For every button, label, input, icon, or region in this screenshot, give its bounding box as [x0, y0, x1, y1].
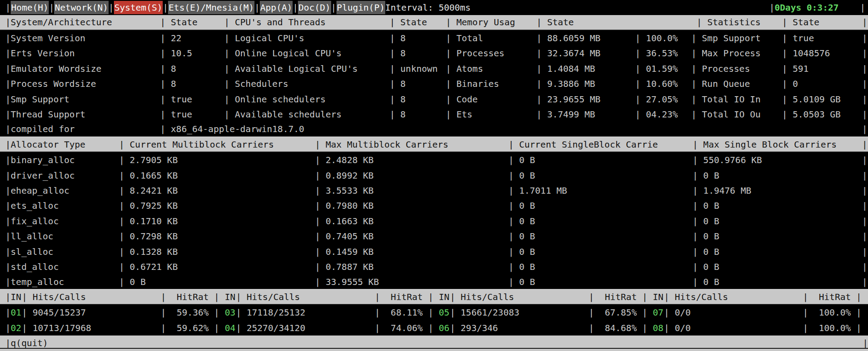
menu-item-system-active[interactable]: System(S) — [114, 1, 163, 14]
column-header-hitrat-2: HitRat — [375, 290, 428, 304]
allocator-cell: std_alloc — [5, 259, 119, 274]
interval-label: Interval: 5000ms — [385, 0, 471, 15]
system-info-cell: 10.5 — [160, 46, 224, 61]
system-info-cell: 8 — [390, 76, 446, 91]
cache-hit-cell: 17118/25132 — [236, 305, 375, 320]
system-info-cell: Processes — [446, 46, 536, 61]
menu-item-plugin[interactable]: Plugin(P) — [336, 1, 385, 14]
system-info-cell: Total — [446, 31, 536, 46]
system-info-row: Erts Version10.5Online Logical CPU's8Pro… — [0, 46, 868, 61]
allocator-cell: 0.7298 KB — [119, 229, 315, 244]
system-info-cell: Atoms — [446, 61, 536, 76]
system-info-cell: 591 — [782, 61, 862, 76]
cache-hit-cell: 03 — [214, 305, 236, 320]
allocator-cell: fix_alloc — [5, 214, 119, 229]
system-info-cell: Binaries — [446, 76, 536, 91]
system-info-cell: Max Process — [691, 46, 782, 61]
allocator-cell: 0.7925 KB — [119, 198, 315, 213]
system-info-cell: 5.0109 GB — [782, 92, 862, 107]
system-info-cell: 8 — [390, 31, 446, 46]
menu-separator — [331, 0, 336, 15]
menu-item-network[interactable]: Network(N) — [54, 1, 108, 14]
system-info-cell: 10.60% — [635, 76, 691, 91]
column-header-hitrat-1: HitRat — [160, 290, 214, 304]
column-header-max-singleblock: Max Single Block Carriers — [692, 137, 862, 152]
allocator-cell: 0 B — [692, 259, 862, 274]
system-info-cell: Processes — [691, 61, 782, 76]
allocator-cell: 0.1459 KB — [315, 244, 508, 259]
cache-hit-cell: 59.36% — [160, 305, 214, 320]
allocator-cell: 0.1328 KB — [119, 244, 315, 259]
cache-hit-cell: 15661/23083 — [450, 305, 589, 320]
cache-hit-cell: 59.62% — [160, 320, 214, 335]
allocator-cell: 0 B — [508, 198, 692, 213]
allocator-row: ll_alloc0.7298 KB0.7405 KB0 B0 B — [0, 229, 868, 244]
system-info-cell: 8 — [160, 61, 224, 76]
cache-hit-cell: 06 — [428, 320, 450, 335]
system-info-cell: 04.23% — [635, 107, 691, 122]
menu-separator — [293, 0, 298, 15]
cache-hit-cell: 68.11% — [375, 305, 428, 320]
column-header-in-2: IN — [214, 290, 236, 304]
system-info-cell: 32.3674 MB — [536, 46, 635, 61]
menu-item-home[interactable]: Home(H) — [11, 1, 49, 14]
column-header-hits-calls-1: Hits/Calls — [22, 290, 160, 304]
column-header-memory-usage: Memory Usag — [446, 15, 536, 30]
system-info-cell: Available schedulers — [224, 107, 390, 122]
cache-hit-row: 0210713/1796859.62%0425270/3412074.06%06… — [0, 320, 868, 335]
column-header-current-singleblock: Current SingleBlock Carrie — [508, 137, 692, 152]
allocator-cell: 0 B — [508, 214, 692, 229]
allocator-cell: 0 B — [692, 244, 862, 259]
menu-separator — [769, 0, 774, 15]
compiled-for-label: compiled for — [5, 122, 160, 136]
allocator-cell: 3.5533 KB — [315, 183, 508, 198]
system-info-cell: 01.59% — [635, 61, 691, 76]
menu-separator — [163, 0, 168, 15]
menu-item-app[interactable]: App(A) — [260, 1, 293, 14]
menu-item-ets-mnesia[interactable]: Ets(E)/Mnesia(M) — [168, 1, 254, 14]
cache-hit-cell: 0/0 — [664, 320, 803, 335]
allocator-row: temp_alloc0 B33.9555 KB0 B0 B — [0, 275, 868, 290]
uptime-value: 0Days 0:3:27 — [774, 0, 839, 15]
system-info-cell: Total IO Ou — [691, 107, 782, 122]
compiled-for-row: compiled for x86_64-apple-darwin18.7.0 — [0, 122, 868, 137]
allocator-cell: 0 B — [692, 168, 862, 183]
cache-hit-cell: 05 — [428, 305, 450, 320]
system-info-cell: Process Wordsize — [5, 76, 160, 91]
allocator-cell: 8.2421 KB — [119, 183, 315, 198]
system-info-cell: Online schedulers — [224, 92, 390, 107]
system-info-cell: 100.0% — [635, 31, 691, 46]
system-info-cell: Online Logical CPU's — [224, 46, 390, 61]
quit-bar-underline — [0, 348, 868, 349]
menu-separator — [860, 0, 865, 15]
system-info-row: System Version22Logical CPU's8Total88.60… — [0, 31, 868, 46]
system-info-cell: 8 — [390, 107, 446, 122]
allocator-row: binary_alloc2.7905 KB2.4828 KB0 B550.976… — [0, 152, 868, 168]
cache-hit-table-body: 019045/1523759.36%0317118/2513268.11%051… — [0, 305, 868, 335]
system-info-cell: Smp Support — [691, 31, 782, 46]
allocator-row: ets_alloc0.7925 KB0.7980 KB0 B0 B — [0, 198, 868, 213]
column-header-hits-calls-3: Hits/Calls — [450, 290, 589, 304]
system-info-cell: Logical CPU's — [224, 31, 390, 46]
menu-item-doc[interactable]: Doc(D) — [298, 1, 331, 14]
allocator-cell: 0 B — [508, 259, 692, 274]
system-info-cell: 3.7499 MB — [536, 107, 635, 122]
cache-hit-table-header: IN Hits/Calls HitRat IN Hits/Calls HitRa… — [0, 290, 868, 305]
system-info-cell: 0 — [782, 76, 862, 91]
allocator-cell: 1.7011 MB — [508, 183, 692, 198]
cache-hit-cell: 02 — [5, 320, 22, 335]
allocator-cell: 0 B — [692, 214, 862, 229]
cache-hit-cell: 293/346 — [450, 320, 589, 335]
system-info-cell: Ets — [446, 107, 536, 122]
cache-hit-cell: 0/0 — [664, 305, 803, 320]
column-header-hits-calls-2: Hits/Calls — [236, 290, 375, 304]
allocator-cell: 0.1663 KB — [315, 214, 508, 229]
system-info-cell: 23.9655 MB — [536, 92, 635, 107]
cache-hit-cell: 84.68% — [589, 320, 642, 335]
top-menu-bar: Home(H) Network(N) System(S) Ets(E)/Mnes… — [0, 0, 868, 15]
allocator-cell: 0.7405 KB — [315, 229, 508, 244]
quit-bar[interactable]: q(quit) — [0, 335, 868, 351]
column-header-in-3: IN — [428, 290, 450, 304]
allocator-row: fix_alloc0.1710 KB0.1663 KB0 B0 B — [0, 214, 868, 229]
system-info-cell: true — [782, 31, 862, 46]
